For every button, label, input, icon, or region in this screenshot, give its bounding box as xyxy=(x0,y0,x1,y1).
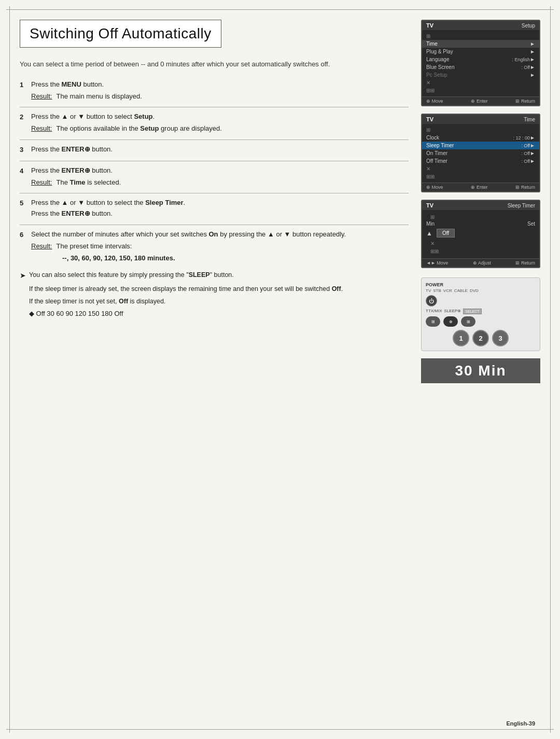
step-number-6: 6 xyxy=(20,229,31,263)
footer-enter-2: ⊕ Enter xyxy=(471,185,487,190)
sleep-off-btn[interactable]: Off xyxy=(437,229,455,238)
tv-header-right-2: Time xyxy=(524,117,535,122)
sleep-up-arrow: ▲ xyxy=(426,230,432,237)
footer-return-3: ⊞ Return xyxy=(515,260,535,266)
footer-move-3: ◄► Move xyxy=(426,260,448,266)
tv-icon-sleep-3: ⊞⊞ xyxy=(426,247,535,255)
power-btn-row: ⏻ xyxy=(426,295,536,306)
power-button[interactable]: ⏻ xyxy=(426,295,437,306)
steps-list: 1 Press the MENU button. Result: The mai… xyxy=(20,79,409,264)
tv-screen-sleeptimer-footer: ◄► Move ⊕ Adjust ⊞ Return xyxy=(422,258,539,267)
tv-screen-time: TV Time ⊞ Clock : 12 : 00 ► Sleep Timer … xyxy=(421,114,540,192)
remote-vcr: VCR xyxy=(443,288,452,293)
remote-dvd: DVD xyxy=(470,288,479,293)
step-number-2: 2 xyxy=(20,111,31,134)
footer-move-1: ⊕ Move xyxy=(426,99,443,104)
result-label-1: Result: xyxy=(31,91,52,102)
tv-row-language: Language : English ► xyxy=(422,55,539,63)
footer-move-2: ⊕ Move xyxy=(426,185,443,190)
right-column: TV Setup ⊞ Time ► Plug & Play ► Language xyxy=(421,20,540,719)
step-2: 2 Press the ▲ or ▼ button to select Setu… xyxy=(20,111,409,134)
tv-header-left-3: TV xyxy=(426,202,433,208)
step-content-4: Press the ENTER⊕ button. Result: The Tim… xyxy=(31,165,409,188)
tv-row-time-label: Time xyxy=(426,41,530,47)
tv-row-bluescreen: Blue Screen : Off ► xyxy=(422,63,539,71)
tv-row-time: Time ► xyxy=(422,40,539,48)
num-btn-1[interactable]: 1 xyxy=(453,330,469,346)
result-text-4: The Time is selected. xyxy=(56,177,121,188)
tv-icon-row-1: ⊞ xyxy=(422,32,539,40)
title-box: Switching Off Automatically xyxy=(20,20,221,48)
step-4: 4 Press the ENTER⊕ button. Result: The T… xyxy=(20,165,409,188)
remote-control: POWER TV STB VCR CABLE DVD ⏻ TTX/MIX SLE… xyxy=(421,277,540,351)
step-number-4: 4 xyxy=(20,165,31,188)
num-btn-2[interactable]: 2 xyxy=(472,330,489,346)
step-content-2: Press the ▲ or ▼ button to select Setup.… xyxy=(31,111,409,134)
remote-cable: CABLE xyxy=(454,288,468,293)
step-3: 3 Press the ENTER⊕ button. xyxy=(20,144,409,156)
step-content-1: Press the MENU button. Result: The main … xyxy=(31,79,409,102)
sleep-timer-row: Min Set xyxy=(426,221,535,227)
tv-header-left-1: TV xyxy=(426,22,433,29)
step-content-5: Press the ▲ or ▼ button to select the Sl… xyxy=(31,198,409,219)
tv-icon-time-2: ✕ xyxy=(422,165,539,173)
sleep-timer-control: ▲ Off xyxy=(426,229,535,238)
step-1: 1 Press the MENU button. Result: The mai… xyxy=(20,79,409,102)
step-content-6: Select the number of minutes after which… xyxy=(31,229,409,263)
ttx-mx-label: TTX/MIX xyxy=(426,309,442,314)
note-text-1: You can also select this feature by simp… xyxy=(29,270,234,281)
tv-header-right-1: Setup xyxy=(522,23,535,29)
step-5: 5 Press the ▲ or ▼ button to select the … xyxy=(20,198,409,219)
tv-icon-row-2: ✕ xyxy=(422,79,539,87)
note-text-2: If the sleep timer is already set, the s… xyxy=(29,284,409,294)
step-6: 6 Select the number of minutes after whi… xyxy=(20,229,409,263)
tv-row-ontimer: On Timer : Off ► xyxy=(422,149,539,157)
tv-screen-time-body: ⊞ Clock : 12 : 00 ► Sleep Timer : Off ► … xyxy=(422,124,539,183)
remote-btn-center[interactable]: ⊕ xyxy=(443,316,458,327)
step-content-3: Press the ENTER⊕ button. xyxy=(31,144,409,156)
remote-tv: TV xyxy=(426,288,431,293)
tv-screen-time-header: TV Time xyxy=(422,115,539,124)
tv-screen-sleeptimer: TV Sleep Timer ⊞ Min Set ▲ Off ✕ xyxy=(421,200,540,268)
sleep-label: SLEEP⊕ xyxy=(444,309,461,314)
tv-row-pcsetup: Pc Setup ► xyxy=(422,71,539,79)
preset-intervals: --, 30, 60, 90, 120, 150, 180 minutes. xyxy=(62,253,409,264)
tv-header-right-3: Sleep Timer xyxy=(508,203,535,208)
page-number: English-39 xyxy=(506,720,535,727)
footer-return-1: ⊞ Return xyxy=(515,99,535,104)
remote-stb: STB xyxy=(433,288,441,293)
remote-device-row: TV STB VCR CABLE DVD xyxy=(426,288,536,293)
tv-icon-sleep-2: ✕ xyxy=(426,240,535,247)
footer-return-2: ⊞ Return xyxy=(515,185,535,190)
step-number-3: 3 xyxy=(20,144,31,156)
tv-screen-setup: TV Setup ⊞ Time ► Plug & Play ► Language xyxy=(421,20,540,106)
remote-btn-right[interactable]: ⊞ xyxy=(461,316,475,327)
tv-icon-row-3: ⊞⊞ xyxy=(422,87,539,94)
sleep-col-min: Min xyxy=(426,221,435,227)
tv-screen-sleeptimer-body: ⊞ Min Set ▲ Off ✕ ⊞⊞ xyxy=(422,210,539,258)
tv-row-clock: Clock : 12 : 00 ► xyxy=(422,134,539,142)
tv-screen-sleeptimer-header: TV Sleep Timer xyxy=(422,201,539,210)
num-btn-3[interactable]: 3 xyxy=(492,330,509,346)
sleep-col-set: Set xyxy=(527,221,535,227)
result-label-6: Result: xyxy=(31,241,52,252)
left-column: Switching Off Automatically You can sele… xyxy=(20,20,421,719)
result-text-1: The main menu is displayed. xyxy=(56,91,142,102)
footer-enter-1: ⊕ Enter xyxy=(471,99,487,104)
tv-screen-setup-header: TV Setup xyxy=(422,21,539,30)
tv-screen-setup-body: ⊞ Time ► Plug & Play ► Language : Englis… xyxy=(422,30,539,96)
remote-middle-row: TTX/MIX SLEEP⊕ SELECT xyxy=(426,309,536,314)
num-btns-row: 1 2 3 xyxy=(426,330,536,346)
remote-btn-left[interactable]: ⊞ xyxy=(426,316,440,327)
intro-text: You can select a time period of between … xyxy=(20,59,409,70)
tv-row-sleeptimer: Sleep Timer : Off ► xyxy=(422,142,539,149)
result-text-6: The preset time intervals: xyxy=(56,241,132,252)
result-label-2: Result: xyxy=(31,123,52,134)
result-text-2: The options available in the Setup group… xyxy=(56,123,221,134)
select-label[interactable]: SELECT xyxy=(463,309,481,314)
result-label-4: Result: xyxy=(31,177,52,188)
footer-adjust-3: ⊕ Adjust xyxy=(473,260,491,266)
tv-icon-sleep-1: ⊞ xyxy=(426,213,535,221)
remote-power-label: POWER xyxy=(426,282,536,287)
tv-header-left-2: TV xyxy=(426,116,433,122)
